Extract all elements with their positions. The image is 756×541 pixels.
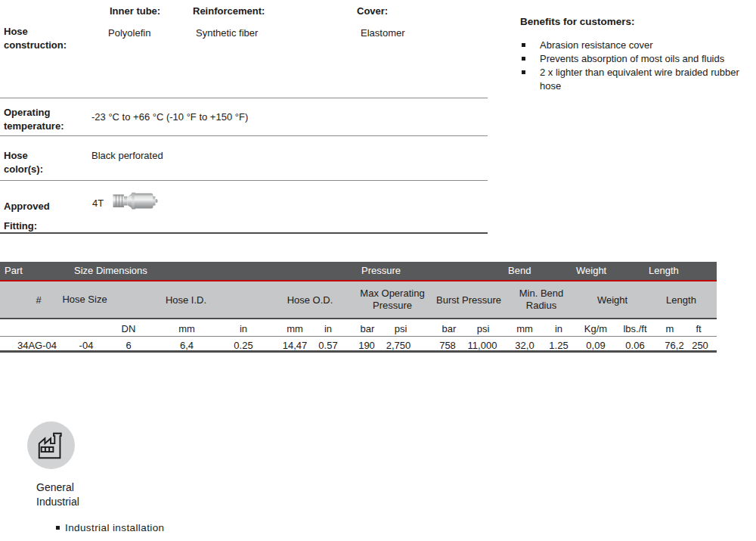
cell-od-mm: 14,47 (283, 340, 308, 351)
cover-header: Cover: (357, 5, 388, 17)
reinforcement-value: Synthetic fiber (196, 27, 258, 39)
subheader-hose-id: Hose I.D. (166, 294, 206, 306)
cell-length-m: 76,2 (665, 340, 683, 351)
unit-maxp-bar: bar (361, 323, 375, 334)
group-header-size-dimensions: Size Dimensions (74, 265, 147, 276)
cell-hose-size: -04 (79, 340, 94, 351)
application-list: Industrial installation (56, 521, 165, 534)
unit-weight-lbsft: lbs./ft (623, 323, 646, 334)
cell-dn: 6 (125, 340, 131, 351)
inner-tube-header: Inner tube: (110, 5, 160, 17)
approved-fitting-value: 4T (92, 197, 104, 209)
unit-bend-in: in (555, 323, 562, 334)
table-subheader-row: # Hose Size Hose I.D. Hose O.D. Max Oper… (0, 281, 717, 319)
operating-temperature-value: -23 °C to +66 °C (-10 °F to +150 °F) (91, 111, 248, 123)
operating-temperature-label: Operating temperature: (4, 106, 88, 133)
subheader-hose-size: Hose Size (62, 294, 107, 306)
factory-icon (36, 431, 67, 461)
unit-length-m: m (666, 323, 674, 334)
application-item: Industrial installation (56, 521, 165, 534)
divider (0, 232, 488, 234)
unit-burst-psi: psi (477, 323, 490, 334)
cell-bend-in: 1.25 (549, 340, 568, 351)
subheader-length: Length (666, 294, 696, 306)
benefit-item: Abrasion resistance cover (520, 39, 754, 52)
group-header-length: Length (649, 265, 679, 276)
group-header-part: Part (5, 265, 23, 276)
cell-maxp-bar: 190 (358, 340, 375, 351)
application-name: General Industrial (36, 480, 97, 509)
subheader-max-operating-pressure: Max Operating Pressure (352, 288, 433, 312)
cell-od-in: 0.57 (318, 340, 337, 351)
unit-id-in: in (240, 323, 247, 334)
group-header-weight: Weight (576, 265, 606, 276)
divider (0, 98, 488, 98)
subheader-weight: Weight (597, 294, 627, 306)
cell-length-ft: 250 (692, 340, 708, 351)
hose-construction-label: Hose construction: (4, 25, 88, 52)
cell-id-mm: 6,4 (180, 340, 194, 351)
benefit-item: 2 x lighter than equivalent wire braided… (520, 66, 754, 93)
subheader-burst-pressure: Burst Pressure (436, 294, 501, 306)
unit-maxp-psi: psi (395, 323, 407, 334)
cell-part: 34AG-04 (17, 340, 57, 351)
unit-id-mm: mm (178, 323, 195, 334)
benefit-item: Prevents absorption of most oils and flu… (520, 52, 754, 66)
unit-bend-mm: mm (516, 323, 533, 334)
cell-burst-psi: 11,000 (468, 340, 497, 351)
table-data-row: 34AG-04 -04 6 6,4 0.25 14,47 0.57 190 2,… (0, 337, 717, 353)
unit-weight-kgm: Kg/m (584, 323, 607, 334)
benefits-list: Abrasion resistance cover Prevents absor… (520, 39, 756, 93)
cell-weight-kgm: 0,09 (586, 340, 605, 351)
cell-weight-lbsft: 0.06 (625, 340, 644, 351)
divider (0, 180, 488, 181)
application-icon-circle (27, 421, 75, 469)
inner-tube-value: Polyolefin (108, 27, 150, 39)
cell-burst-bar: 758 (439, 340, 456, 351)
benefits-title: Benefits for customers: (520, 16, 635, 27)
hose-colors-value: Black perforated (91, 150, 163, 161)
hose-fitting-image (112, 189, 159, 213)
subheader-min-bend-radius: Min. Bend Radius (513, 288, 569, 312)
unit-od-mm: mm (287, 323, 303, 334)
group-header-bend: Bend (508, 265, 531, 276)
unit-length-ft: ft (696, 323, 701, 334)
group-header-pressure: Pressure (361, 265, 401, 276)
unit-dn: DN (122, 323, 136, 334)
hose-colors-label: Hose color(s): (4, 149, 57, 176)
approved-fitting-label: Approved Fitting: (4, 197, 64, 236)
cell-maxp-psi: 2,750 (386, 340, 411, 351)
table-group-header-row: Part Size Dimensions Pressure Bend Weigh… (0, 262, 717, 280)
cell-id-in: 0.25 (234, 340, 253, 351)
reinforcement-header: Reinforcement: (193, 5, 265, 17)
datasheet-page: Hose construction: Inner tube: Reinforce… (0, 0, 756, 541)
divider (0, 135, 488, 136)
unit-od-in: in (324, 323, 332, 334)
cell-bend-mm: 32,0 (515, 340, 534, 351)
cover-value: Elastomer (361, 27, 405, 39)
subheader-part-number: # (36, 294, 41, 306)
table-units-row: DN mm in mm in bar psi bar psi mm in Kg/… (0, 321, 717, 337)
unit-burst-bar: bar (442, 323, 457, 334)
subheader-hose-od: Hose O.D. (287, 294, 333, 306)
